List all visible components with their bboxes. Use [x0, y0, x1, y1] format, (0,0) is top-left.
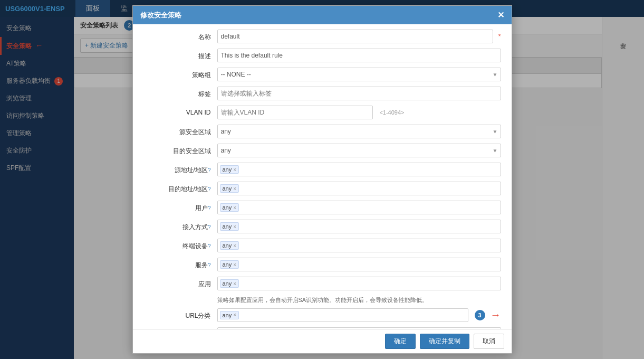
cancel-btn[interactable]: 取消	[474, 334, 504, 349]
field-url-control: any × 3 →	[217, 308, 501, 322]
field-srcaddr-control: any ×	[217, 163, 501, 176]
service-tag-any: any ×	[220, 260, 239, 269]
field-name-row: 名称 *	[143, 30, 501, 46]
field-app-row: 应用 any ×	[143, 277, 501, 294]
modal-edit-policy: 修改安全策略 ✕ 名称 * 描述 策略组	[132, 5, 512, 354]
field-tags-label: 标签	[143, 87, 217, 99]
badge-3: 3	[475, 310, 485, 320]
app-hint-text: 策略如果配置应用，会自动开启SA识别功能。功能开启后，会导致设备性能降低。	[217, 296, 501, 305]
field-user-row: 用户? any ×	[143, 201, 501, 218]
vlan-hint: <1-4094>	[379, 109, 404, 116]
field-dstzone-row: 目的安全区域 any ▼	[143, 144, 501, 160]
field-terminal-control: any ×	[217, 239, 501, 252]
field-srczone-row: 源安全区域 any ▼	[143, 125, 501, 141]
field-dstaddr-control: any ×	[217, 182, 501, 195]
user-tag-input[interactable]: any ×	[217, 201, 501, 214]
field-desc-label: 描述	[143, 49, 217, 61]
field-terminal-label: 终端设备?	[143, 239, 217, 251]
field-tags-control	[217, 87, 501, 100]
dstaddr-tag-input[interactable]: any ×	[217, 182, 501, 195]
field-desc-control	[217, 49, 501, 62]
vlanid-input[interactable]	[217, 106, 373, 119]
field-srcaddr-row: 源地址/地区? any ×	[143, 163, 501, 180]
dstaddr-tag-any: any ×	[220, 184, 239, 193]
description-input[interactable]	[217, 49, 501, 62]
dstzone-select-wrap: any ▼	[217, 144, 501, 157]
user-tag-any: any ×	[220, 203, 239, 212]
terminal-tag-any: any ×	[220, 241, 239, 250]
url-tag-input[interactable]: any ×	[217, 308, 468, 322]
field-user-control: any ×	[217, 201, 501, 214]
field-service-row: 服务? any ×	[143, 258, 501, 275]
field-terminal-row: 终端设备? any ×	[143, 239, 501, 256]
srcaddr-tag-any: any ×	[220, 165, 239, 174]
field-policygroup-label: 策略组	[143, 68, 217, 80]
field-dstaddr-label: 目的地址/地区?	[143, 182, 217, 194]
field-name-control: *	[217, 30, 501, 43]
policygroup-select[interactable]: -- NONE --	[217, 68, 501, 81]
field-user-label: 用户?	[143, 201, 217, 213]
modal-overlay: 修改安全策略 ✕ 名称 * 描述 策略组	[0, 0, 644, 359]
timeslot-select-wrap: any ▼	[217, 327, 501, 329]
url-tag-any: any ×	[220, 311, 239, 319]
field-vlanid-row: VLAN ID <1-4094>	[143, 106, 501, 122]
field-timeslot-control: any ▼	[217, 327, 501, 329]
field-vlanid-label: VLAN ID	[143, 106, 217, 116]
timeslot-select[interactable]: any	[217, 327, 501, 329]
service-tag-input[interactable]: any ×	[217, 258, 501, 271]
modal-title: 修改安全策略	[140, 11, 181, 20]
field-url-label: URL分类	[143, 308, 217, 320]
required-star: *	[498, 33, 501, 40]
close-icon[interactable]: ✕	[497, 10, 504, 20]
field-srcaddr-label: 源地址/地区?	[143, 163, 217, 175]
field-tags-row: 标签	[143, 87, 501, 103]
access-tag-any: any ×	[220, 222, 239, 231]
field-name-label: 名称	[143, 30, 217, 42]
field-dstzone-control: any ▼	[217, 144, 501, 157]
modal-body: 名称 * 描述 策略组 -- NONE --	[133, 24, 512, 329]
confirm-copy-btn[interactable]: 确定并复制	[420, 334, 469, 349]
field-access-label: 接入方式?	[143, 220, 217, 232]
field-policygroup-control: -- NONE -- ▼	[217, 68, 501, 81]
field-service-control: any ×	[217, 258, 501, 271]
field-srczone-control: any ▼	[217, 125, 501, 138]
app-tag-input[interactable]: any ×	[217, 277, 501, 290]
field-app-control: any ×	[217, 277, 501, 290]
field-dstaddr-row: 目的地址/地区? any ×	[143, 182, 501, 199]
terminal-tag-input[interactable]: any ×	[217, 239, 501, 252]
name-input[interactable]	[217, 30, 493, 43]
modal-footer: 确定 确定并复制 取消	[133, 329, 512, 353]
modal-header: 修改安全策略 ✕	[133, 6, 512, 24]
field-url-row: URL分类 any × 3 →	[143, 308, 501, 325]
field-srczone-label: 源安全区域	[143, 125, 217, 137]
field-service-label: 服务?	[143, 258, 217, 270]
field-vlanid-control: <1-4094>	[217, 106, 501, 119]
field-desc-row: 描述	[143, 49, 501, 65]
policygroup-select-wrap: -- NONE -- ▼	[217, 68, 501, 81]
srczone-select-wrap: any ▼	[217, 125, 501, 138]
confirm-btn[interactable]: 确定	[385, 334, 416, 349]
dstzone-select[interactable]: any	[217, 144, 501, 157]
field-app-label: 应用	[143, 277, 217, 289]
srcaddr-tag-input[interactable]: any ×	[217, 163, 501, 176]
srczone-select[interactable]: any	[217, 125, 501, 138]
field-policygroup-row: 策略组 -- NONE -- ▼	[143, 68, 501, 84]
app-tag-any: any ×	[220, 279, 239, 288]
field-access-row: 接入方式? any ×	[143, 220, 501, 237]
field-access-control: any ×	[217, 220, 501, 233]
arrow-indicator: →	[491, 309, 501, 321]
access-tag-input[interactable]: any ×	[217, 220, 501, 233]
field-dstzone-label: 目的安全区域	[143, 144, 217, 156]
tags-input[interactable]	[217, 87, 501, 100]
